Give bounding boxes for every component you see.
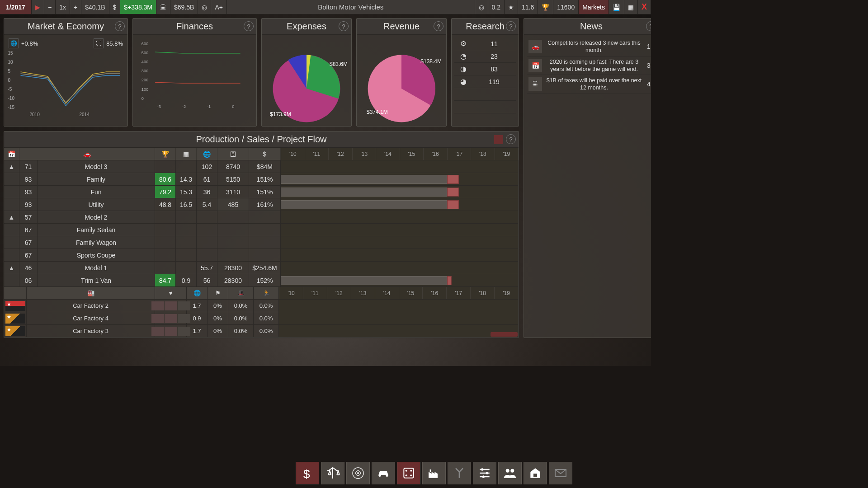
fullscreen-icon[interactable]: ⛶	[94, 38, 104, 48]
expand-toggle[interactable]	[4, 198, 19, 211]
cell	[176, 211, 197, 224]
globe-col-icon[interactable]: 🌐	[197, 148, 217, 160]
year-label: '13	[352, 148, 376, 160]
research-row[interactable]: ◑ 83	[454, 63, 516, 75]
news-text: 2020 is coming up fast! There are 3 year…	[545, 58, 643, 73]
table-row[interactable]: 93Fun 79.2 15.3 36 3110 151%	[4, 186, 519, 198]
cell: 48.8	[155, 198, 176, 211]
timeline[interactable]	[279, 312, 519, 325]
research-row[interactable]: ⚙ 11	[454, 38, 516, 50]
trophy-col-icon[interactable]: 🏆	[155, 148, 176, 160]
news-item[interactable]: 🏛 $1B of taxes will be paid over the nex…	[527, 75, 651, 94]
expand-toggle[interactable]	[4, 173, 19, 186]
dollar-col-icon[interactable]: $	[249, 148, 281, 160]
help-icon[interactable]: ?	[339, 21, 349, 31]
timeline[interactable]	[281, 160, 519, 173]
timeline[interactable]	[281, 198, 519, 211]
help-icon[interactable]: ?	[244, 21, 254, 31]
finances-panel: Finances? 600500400 3002001000 -3-2-10	[132, 18, 257, 127]
heart-icon[interactable]: ♥	[155, 287, 187, 300]
table-row[interactable]: ▲ 57Model 2	[4, 211, 519, 224]
expand-toggle[interactable]	[4, 236, 19, 249]
factory-row[interactable]: Car Factory 3 1.7 0% 0.0% 0.0%	[4, 325, 519, 338]
play-button[interactable]: ▶	[32, 0, 44, 14]
cell: 0.0%	[254, 312, 279, 325]
timeline[interactable]	[279, 300, 519, 312]
table-row[interactable]: 93Utility 48.8 16.5 5.4 485 161%	[4, 198, 519, 211]
market-panel: Market & Economy? 🌐 +0.8% ⛶ 85.8% 15105 …	[4, 18, 128, 127]
column-icon[interactable]: ▦	[176, 148, 197, 160]
globe-icon[interactable]: 🌐	[187, 287, 208, 300]
research-row[interactable]	[454, 88, 516, 101]
news-item[interactable]: 🚗 Competitors released 3 new cars this m…	[527, 38, 651, 56]
cell	[217, 236, 249, 249]
research-icon: ◕	[454, 77, 472, 86]
speed-down-button[interactable]: −	[44, 0, 56, 14]
research-value: 23	[472, 53, 516, 60]
help-icon[interactable]: ?	[115, 21, 125, 31]
flag-col-icon[interactable]: ⚑	[208, 287, 228, 300]
research-row[interactable]: ◕ 119	[454, 75, 516, 88]
timeline[interactable]	[281, 249, 519, 262]
research-row[interactable]	[454, 101, 516, 113]
factory-row[interactable]: Car Factory 4 0.9 0% 0.0% 0.0%	[4, 312, 519, 325]
table-row[interactable]: 67Sports Coupe	[4, 249, 519, 262]
table-row[interactable]: 67Family Wagon	[4, 236, 519, 249]
timeline[interactable]	[279, 325, 519, 338]
research-row[interactable]: ◔ 23	[454, 50, 516, 63]
expand-toggle[interactable]	[4, 224, 19, 236]
menu-icon[interactable]: ▦	[624, 0, 638, 14]
finances-chart: 600500400 3002001000 -3-2-10	[136, 38, 254, 114]
help-icon[interactable]: ?	[646, 21, 651, 31]
key-col-icon[interactable]: ⚿	[217, 148, 249, 160]
timeline[interactable]	[281, 211, 519, 224]
save-icon[interactable]: 💾	[609, 0, 624, 14]
timeline[interactable]	[281, 173, 519, 186]
market-global-pct: +0.8%	[21, 40, 38, 47]
svg-text:100: 100	[142, 87, 148, 92]
timeline[interactable]	[281, 186, 519, 198]
timeline[interactable]	[281, 262, 519, 274]
factory-load	[155, 312, 187, 325]
expand-toggle[interactable]: ▲	[4, 160, 19, 173]
car-icon: 🚗	[19, 148, 155, 160]
table-row[interactable]: 67Family Sedan	[4, 224, 519, 236]
hat-icon[interactable]: 🎩	[228, 287, 254, 300]
markets-button[interactable]: Markets	[579, 0, 609, 14]
close-button[interactable]: X	[638, 0, 651, 14]
cell: 0%	[208, 325, 228, 338]
expand-toggle[interactable]	[4, 249, 19, 262]
table-row[interactable]: 06Trim 1 Van 84.7 0.9 56 28300 152%	[4, 274, 519, 287]
factory-header: 🏭 ♥ 🌐 ⚑ 🎩 🏃 '10'11'12'13'14'15'16'17'18'…	[4, 287, 519, 300]
runner-icon[interactable]: 🏃	[254, 287, 279, 300]
dollar-icon: $	[109, 0, 121, 14]
timeline[interactable]	[281, 224, 519, 236]
speed-up-button[interactable]: +	[70, 0, 81, 14]
help-icon[interactable]: ?	[506, 21, 516, 31]
scrollbar[interactable]	[491, 332, 518, 337]
year-label: '19	[495, 148, 519, 160]
table-row[interactable]: 93Family 80.6 14.3 61 5150 151%	[4, 173, 519, 186]
svg-text:-3: -3	[157, 104, 161, 109]
timeline[interactable]	[281, 236, 519, 249]
expand-toggle[interactable]: ▲	[4, 262, 19, 274]
row-name: 93Fun	[19, 186, 155, 198]
panel-toggle[interactable]	[494, 135, 503, 144]
expand-toggle[interactable]	[4, 186, 19, 198]
help-icon[interactable]: ?	[434, 21, 443, 31]
cell: 55.7	[197, 262, 217, 274]
timeline[interactable]	[281, 274, 519, 287]
calendar-icon[interactable]: 📅	[4, 148, 19, 160]
expand-toggle[interactable]	[4, 274, 19, 287]
factory-row[interactable]: Car Factory 2 1.7 0% 0.0% 0.0%	[4, 300, 519, 312]
news-item[interactable]: 📅 2020 is coming up fast! There are 3 ye…	[527, 56, 651, 75]
production-panel: Production / Sales / Project Flow ? 📅 🚗 …	[4, 131, 519, 338]
help-icon[interactable]: ?	[506, 134, 516, 144]
research-value: 11	[472, 40, 516, 47]
svg-text:2010: 2010	[30, 112, 40, 117]
table-row[interactable]: ▲ 46Model 1 55.7 28300 $254.6M	[4, 262, 519, 274]
table-row[interactable]: ▲ 71Model 3 102 8740 $84M	[4, 160, 519, 173]
expand-toggle[interactable]: ▲	[4, 211, 19, 224]
row-name: 06Trim 1 Van	[19, 274, 155, 287]
cell: 14.3	[176, 173, 197, 186]
